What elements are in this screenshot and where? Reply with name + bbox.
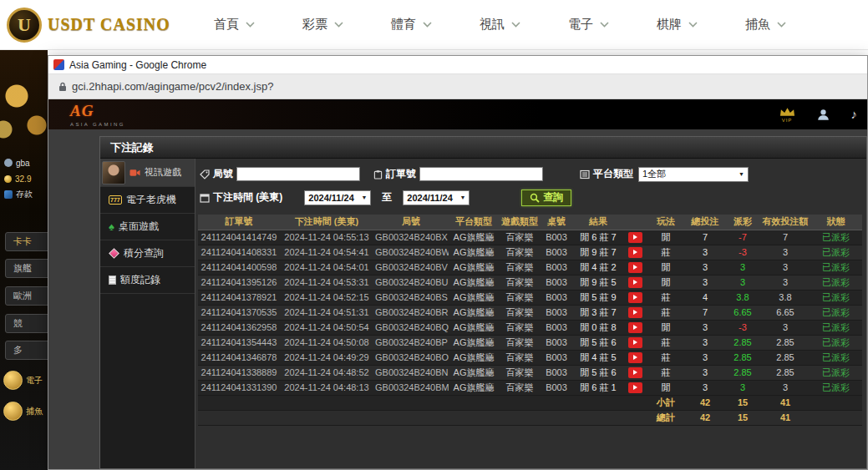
total-label: 總計 — [646, 410, 686, 425]
nav-item-fishing[interactable]: 捕魚 — [745, 17, 786, 33]
cell-round-number: GB00324B240BV — [373, 260, 449, 275]
spade-icon — [109, 221, 114, 232]
replay-button[interactable] — [628, 382, 642, 393]
sidebar-item-points-query[interactable]: 積分查詢 — [100, 240, 195, 267]
cell-total-bet: 3 — [686, 245, 724, 260]
subtotal-row: 小計 42 15 41 — [198, 395, 862, 410]
profile-button[interactable] — [817, 109, 830, 121]
cell-order-number: 241124041400598 — [198, 260, 280, 275]
cell-bet-time: 2024-11-24 04:48:52 — [280, 365, 373, 380]
nav-item-slots[interactable]: 電子 — [568, 17, 609, 33]
cell-round-number: GB00324B240BP — [373, 335, 449, 350]
play-triangle-icon — [633, 280, 637, 285]
replay-button[interactable] — [628, 292, 642, 303]
hall-tab-kaka[interactable]: 卡卡 — [5, 232, 48, 251]
cell-status: 已派彩 — [810, 230, 862, 245]
replay-button[interactable] — [628, 322, 642, 333]
date-from-select[interactable]: 2024/11/24 — [304, 190, 371, 205]
cell-result: 閒 3 莊 7 — [572, 305, 624, 320]
table-row: 241124041338889 2024-11-24 04:48:52 GB00… — [198, 365, 862, 380]
deposit-button[interactable]: 存款 — [4, 189, 33, 200]
replay-button[interactable] — [628, 367, 642, 378]
cell-bet-time: 2024-11-24 04:52:15 — [280, 290, 373, 305]
play-triangle-icon — [633, 370, 637, 375]
sidebar-item-table-games[interactable]: 桌面遊戲 — [100, 214, 195, 240]
address-bar[interactable]: gci.2hhapi.com/agingame/pcv2/index.jsp? — [48, 74, 867, 99]
cell-total-bet: 3 — [686, 350, 724, 365]
replay-button[interactable] — [628, 247, 642, 258]
shortcut-slots[interactable]: 電子 — [3, 371, 43, 390]
nav-item-lottery[interactable]: 彩票 — [302, 17, 343, 33]
chevron-down-icon — [511, 22, 520, 28]
round-number-input[interactable] — [236, 167, 360, 181]
window-titlebar[interactable]: Asia Gaming - Google Chrome — [48, 56, 867, 74]
cell-play-type: 閒 — [646, 275, 686, 290]
hall-tab-duo[interactable]: 多 — [5, 341, 48, 360]
shortcut-fishing[interactable]: 捕魚 — [3, 402, 43, 421]
user-icon — [4, 159, 13, 167]
chevron-down-icon — [600, 22, 609, 28]
gem-icon — [109, 248, 119, 259]
cell-status: 已派彩 — [810, 380, 862, 395]
cell-bet-time: 2024-11-24 04:53:31 — [280, 275, 373, 290]
vip-button[interactable]: VIP — [779, 107, 795, 123]
table-row: 241124041354443 2024-11-24 04:50:08 GB00… — [198, 335, 862, 350]
cell-play-type: 莊 — [646, 305, 686, 320]
nav-item-home[interactable]: 首頁 — [214, 17, 255, 33]
platform-type-select[interactable]: 1全部 — [638, 167, 749, 182]
list-icon — [580, 169, 590, 179]
ag-header-icons: VIP — [779, 107, 858, 123]
cell-valid-bet: 3 — [761, 320, 810, 335]
cell-table-number: B003 — [541, 320, 572, 335]
music-button[interactable] — [851, 107, 858, 122]
slots-icon — [3, 371, 23, 390]
chevron-down-icon — [246, 22, 255, 28]
sidebar-item-slots[interactable]: 電子老虎機 — [100, 187, 195, 214]
table-row: 241124041370535 2024-11-24 04:51:31 GB00… — [198, 305, 862, 320]
nav-item-live[interactable]: 視訊 — [480, 17, 520, 33]
cell-platform-type: AG旗艦廳 — [449, 320, 499, 335]
replay-button[interactable] — [628, 352, 642, 363]
hall-tab-jing[interactable]: 競 — [5, 314, 48, 333]
crown-icon — [779, 107, 795, 117]
order-filter: 訂單號 — [373, 167, 543, 181]
total-row: 總計 42 15 41 — [198, 410, 862, 425]
replay-button[interactable] — [628, 232, 642, 243]
cell-bet-time: 2024-11-24 04:48:13 — [280, 380, 373, 395]
table-row: 241124041346878 2024-11-24 04:49:29 GB00… — [198, 350, 862, 365]
cell-payout: 2.85 — [724, 350, 761, 365]
replay-button[interactable] — [628, 307, 642, 318]
cell-total-bet: 4 — [686, 290, 724, 305]
cell-result: 閒 5 莊 6 — [572, 365, 624, 380]
sidebar-item-credit-records[interactable]: 額度記錄 — [100, 267, 195, 294]
cell-total-bet: 3 — [686, 365, 724, 380]
cell-payout: 3 — [724, 380, 761, 395]
cell-table-number: B003 — [541, 365, 572, 380]
subtotal-payout: 15 — [724, 395, 761, 410]
order-number-input[interactable] — [419, 167, 543, 181]
sidebar-item-video-games[interactable]: 視訊遊戲 — [100, 159, 195, 187]
cell-payout: -3 — [724, 245, 761, 260]
replay-button[interactable] — [628, 262, 642, 273]
platform-filter: 平台類型 1全部 — [580, 167, 749, 182]
site-logo[interactable]: USDT CASINO — [0, 8, 190, 43]
nav-item-cards[interactable]: 棋牌 — [657, 17, 698, 33]
date-to-select[interactable]: 2024/11/24 — [403, 190, 470, 205]
hall-tab-europe[interactable]: 歐洲 — [5, 286, 48, 306]
play-triangle-icon — [633, 310, 637, 315]
replay-button[interactable] — [628, 337, 642, 348]
replay-button[interactable] — [628, 277, 642, 288]
cell-status: 已派彩 — [810, 350, 862, 365]
chevron-down-icon — [423, 22, 432, 28]
cell-valid-bet: 3 — [761, 260, 810, 275]
cell-table-number: B003 — [541, 335, 572, 350]
cell-game-type: 百家樂 — [499, 290, 541, 305]
video-camera-icon — [129, 169, 140, 177]
cell-game-type: 百家樂 — [499, 380, 541, 395]
cell-valid-bet: 6.65 — [761, 305, 810, 320]
search-button[interactable]: 查詢 — [521, 190, 571, 206]
cell-round-number: GB00324B240BQ — [373, 320, 449, 335]
nav-item-sports[interactable]: 體育 — [391, 17, 432, 33]
hall-tab-flagship[interactable]: 旗艦 — [5, 259, 48, 278]
cell-bet-time: 2024-11-24 04:54:01 — [280, 260, 373, 275]
